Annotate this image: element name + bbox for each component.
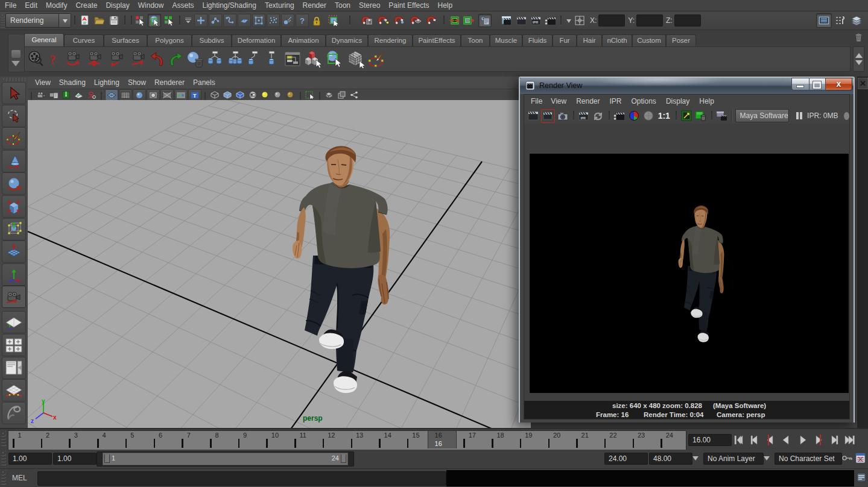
svg-text:?: ? [49, 52, 55, 66]
svg-text:y: y [42, 398, 45, 404]
svg-text:IPR: IPR [581, 116, 586, 119]
svg-text:IPR: IPR [533, 20, 538, 24]
svg-text:x: x [53, 414, 57, 421]
svg-text:T: T [193, 93, 197, 99]
svg-text:?: ? [300, 16, 305, 25]
svg-text:z: z [31, 418, 34, 424]
